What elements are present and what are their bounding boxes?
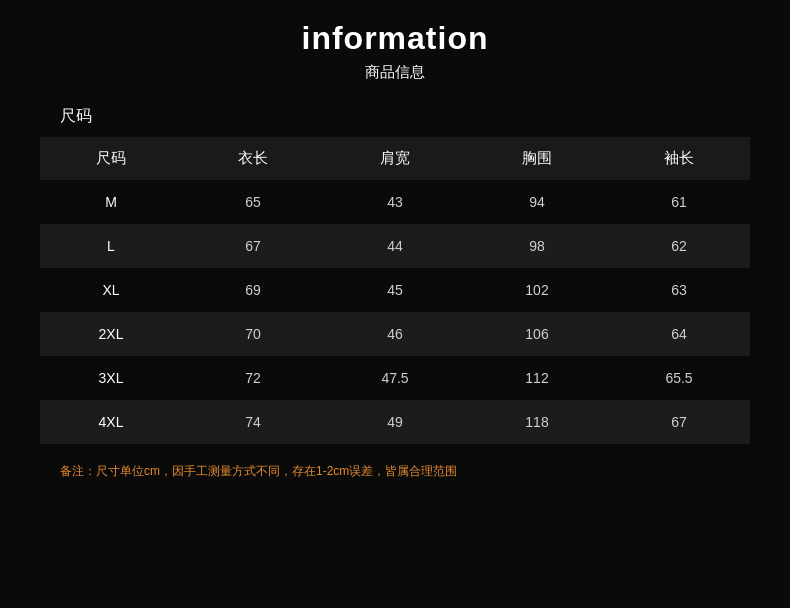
- cell-chest: 102: [466, 268, 608, 312]
- col-header-sleeve: 袖长: [608, 137, 750, 180]
- footnote: 备注：尺寸单位cm，因手工测量方式不同，存在1-2cm误差，皆属合理范围: [60, 462, 457, 480]
- page-subtitle: 商品信息: [365, 63, 425, 82]
- cell-chest: 98: [466, 224, 608, 268]
- cell-shoulder: 43: [324, 180, 466, 224]
- page-title: information: [302, 20, 489, 57]
- cell-length: 65: [182, 180, 324, 224]
- cell-length: 70: [182, 312, 324, 356]
- size-table: 尺码 衣长 肩宽 胸围 袖长 M65439461L67449862XL69451…: [40, 137, 750, 444]
- cell-shoulder: 46: [324, 312, 466, 356]
- cell-chest: 106: [466, 312, 608, 356]
- col-header-size: 尺码: [40, 137, 182, 180]
- table-row: XL694510263: [40, 268, 750, 312]
- cell-sleeve: 63: [608, 268, 750, 312]
- table-row: L67449862: [40, 224, 750, 268]
- col-header-length: 衣长: [182, 137, 324, 180]
- cell-chest: 112: [466, 356, 608, 400]
- col-header-chest: 胸围: [466, 137, 608, 180]
- cell-shoulder: 45: [324, 268, 466, 312]
- cell-size: M: [40, 180, 182, 224]
- cell-shoulder: 49: [324, 400, 466, 444]
- col-header-shoulder: 肩宽: [324, 137, 466, 180]
- cell-size: L: [40, 224, 182, 268]
- cell-size: XL: [40, 268, 182, 312]
- table-row: 2XL704610664: [40, 312, 750, 356]
- cell-size: 3XL: [40, 356, 182, 400]
- cell-length: 72: [182, 356, 324, 400]
- section-label: 尺码: [60, 106, 92, 127]
- cell-chest: 118: [466, 400, 608, 444]
- table-row: 3XL7247.511265.5: [40, 356, 750, 400]
- table-row: M65439461: [40, 180, 750, 224]
- cell-sleeve: 65.5: [608, 356, 750, 400]
- cell-size: 4XL: [40, 400, 182, 444]
- cell-length: 74: [182, 400, 324, 444]
- table-header-row: 尺码 衣长 肩宽 胸围 袖长: [40, 137, 750, 180]
- cell-shoulder: 44: [324, 224, 466, 268]
- cell-length: 69: [182, 268, 324, 312]
- cell-sleeve: 62: [608, 224, 750, 268]
- cell-chest: 94: [466, 180, 608, 224]
- table-row: 4XL744911867: [40, 400, 750, 444]
- cell-sleeve: 61: [608, 180, 750, 224]
- cell-size: 2XL: [40, 312, 182, 356]
- cell-shoulder: 47.5: [324, 356, 466, 400]
- cell-sleeve: 64: [608, 312, 750, 356]
- cell-length: 67: [182, 224, 324, 268]
- cell-sleeve: 67: [608, 400, 750, 444]
